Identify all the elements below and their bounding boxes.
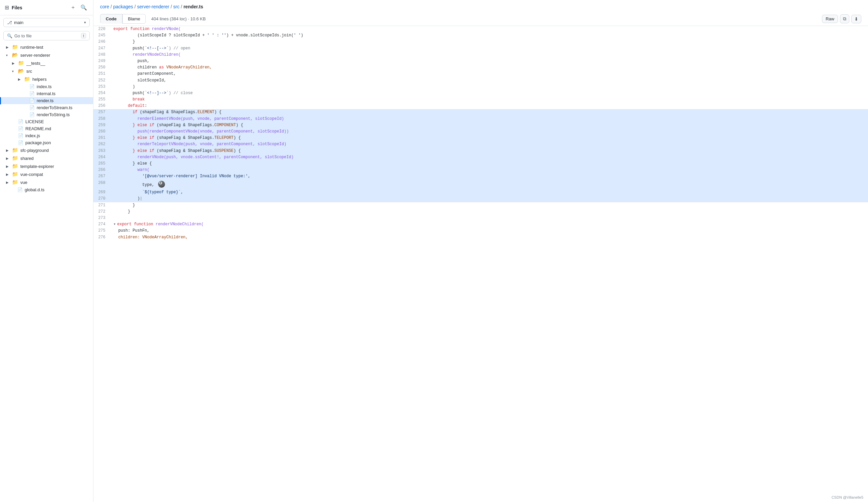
breadcrumb-core[interactable]: core [100,4,109,9]
line-number: 250 [93,64,110,71]
folder-icon: 📁 [18,60,24,66]
line-code: export function renderVNode( [110,26,868,32]
folder-open-icon: 📂 [12,52,18,58]
sidebar-item-license[interactable]: 📄 LICENSE [0,118,93,125]
line-number: 253 [93,84,110,90]
sidebar-item-label: renderToStream.ts [37,105,72,110]
breadcrumb-src[interactable]: src [173,4,179,9]
sidebar-item-label: helpers [32,77,47,82]
line-code: '[@vue/server-renderer] Invalid VNode ty… [110,173,868,180]
line-code [110,215,868,221]
search-files-button[interactable]: 🔍 [79,3,89,12]
sidebar-item-label: src [27,69,32,74]
copy-button[interactable]: ⧉ [840,14,849,23]
branch-selector[interactable]: ⎇ main ▾ [3,18,90,27]
folder-icon: 📁 [12,44,18,50]
sidebar-item-label: server-renderer [20,53,50,58]
table-row: 269 `${typeof type}`, [93,189,868,196]
sidebar-item-readme[interactable]: 📄 README.md [0,125,93,132]
collapse-triangle-icon[interactable]: ▾ [113,222,116,227]
sidebar-item-runtime-test[interactable]: ▶ 📁 runtime-test [0,43,93,51]
chevron-right-icon: ▶ [6,173,10,176]
line-code: } else if (shapeFlag & ShapeFlags.SUSPEN… [110,148,868,154]
table-row: 247 push(`<!--[-->`) // open [93,45,868,52]
line-number: 254 [93,90,110,96]
chevron-right-icon: ▶ [6,156,10,160]
sidebar-item-label: LICENSE [25,119,44,124]
files-icon: ⊞ [5,4,9,11]
sidebar-item-render-to-stream[interactable]: 📄 renderToStream.ts [0,104,93,111]
tab-code[interactable]: Code [100,14,122,24]
raw-button[interactable]: Raw [822,15,838,23]
sidebar-item-helpers[interactable]: ▶ 📁 helpers [0,75,93,83]
sidebar-item-internal-ts[interactable]: 📄 internal.ts [0,90,93,97]
sidebar-item-sfc-playground[interactable]: ▶ 📁 sfc-playground [0,146,93,154]
table-row: 268 type, 🎱 [93,180,868,189]
line-code: children as VNodeArrayChildren, [110,64,868,71]
line-code: )| [110,196,868,202]
emoji-cursor: 🎱 [154,180,165,189]
sidebar-item-package-json[interactable]: 📄 package.json [0,139,93,146]
table-row: 266 warn( [93,167,868,173]
table-row: 259 } else if (shapeFlag & ShapeFlags.CO… [93,122,868,129]
line-code: parentComponent, [110,71,868,77]
table-row: 264 renderVNode(push, vnode.ssContent!, … [93,154,868,161]
download-button[interactable]: ⬇ [851,15,861,23]
sidebar-item-label: shared [20,156,34,161]
breadcrumb-sep-2: / [134,4,136,9]
line-code: push(`<!--[-->`) // open [110,45,868,52]
line-number: 275 [93,228,110,234]
chevron-right-icon: ▶ [6,45,10,49]
sidebar-title: Files [12,5,66,10]
table-row: 275 push: PushFn, [93,228,868,234]
table-row: 249 push, [93,58,868,64]
line-code: renderVNode(push, vnode.ssContent!, pare… [110,154,868,161]
search-input-label: Go to file [14,33,79,38]
sidebar-item-template-explorer[interactable]: ▶ 📁 template-explorer [0,162,93,170]
chevron-right-icon: ▶ [12,61,16,65]
tab-blame[interactable]: Blame [122,14,146,24]
line-number: 274 [93,221,110,228]
sidebar-header: ⊞ Files ＋ 🔍 [0,0,93,16]
chevron-right-icon: ▶ [6,181,10,184]
chevron-down-icon: ▾ [12,70,16,73]
sidebar-item-tests[interactable]: ▶ 📁 __tests__ [0,59,93,67]
sidebar-item-server-renderer[interactable]: ▾ 📂 server-renderer [0,51,93,59]
table-row: 255 break [93,96,868,103]
code-container[interactable]: 220export function renderVNode(245 (slot… [93,26,868,502]
sidebar-item-global-dts[interactable]: 📄 global.d.ts [0,186,93,193]
add-file-button[interactable]: ＋ [69,3,77,12]
breadcrumb-sep-1: / [111,4,112,9]
folder-icon: 📁 [12,155,18,161]
chevron-right-icon: ▶ [6,148,10,152]
line-number: 246 [93,39,110,45]
line-number: 270 [93,196,110,202]
line-code: `${typeof type}`, [110,189,868,196]
sidebar-item-shared[interactable]: ▶ 📁 shared [0,154,93,162]
line-number: 263 [93,148,110,154]
active-indicator [0,97,1,104]
file-icon: 📄 [29,84,35,89]
sidebar-item-render-ts[interactable]: 📄 render.ts [0,97,93,104]
line-code: children: VNodeArrayChildren, [110,234,868,240]
line-code: ▾export function renderVNodeChildren( [110,221,868,228]
line-number: 258 [93,116,110,122]
sidebar-item-index-js[interactable]: 📄 index.js [0,132,93,139]
search-bar[interactable]: 🔍 Go to file t [3,31,90,40]
sidebar-item-vue[interactable]: ▶ 📁 vue [0,178,93,186]
sidebar-actions: ＋ 🔍 [69,3,89,12]
file-icon: 📄 [29,112,35,117]
sidebar-item-src[interactable]: ▾ 📂 src [0,67,93,75]
line-number: 220 [93,26,110,32]
breadcrumb-server-renderer[interactable]: server-renderer [137,4,169,9]
sidebar-item-render-to-string[interactable]: 📄 renderToString.ts [0,111,93,118]
line-number: 266 [93,167,110,173]
line-number: 255 [93,96,110,103]
sidebar-item-index-ts[interactable]: 📄 index.ts [0,83,93,90]
line-number: 248 [93,52,110,58]
line-code: push(renderComponentVNode(vnode, parentC… [110,129,868,135]
breadcrumb-packages[interactable]: packages [113,4,133,9]
sidebar-item-vue-compat[interactable]: ▶ 📁 vue-compat [0,170,93,178]
sidebar-item-label: __tests__ [27,61,45,66]
line-number: 271 [93,202,110,208]
